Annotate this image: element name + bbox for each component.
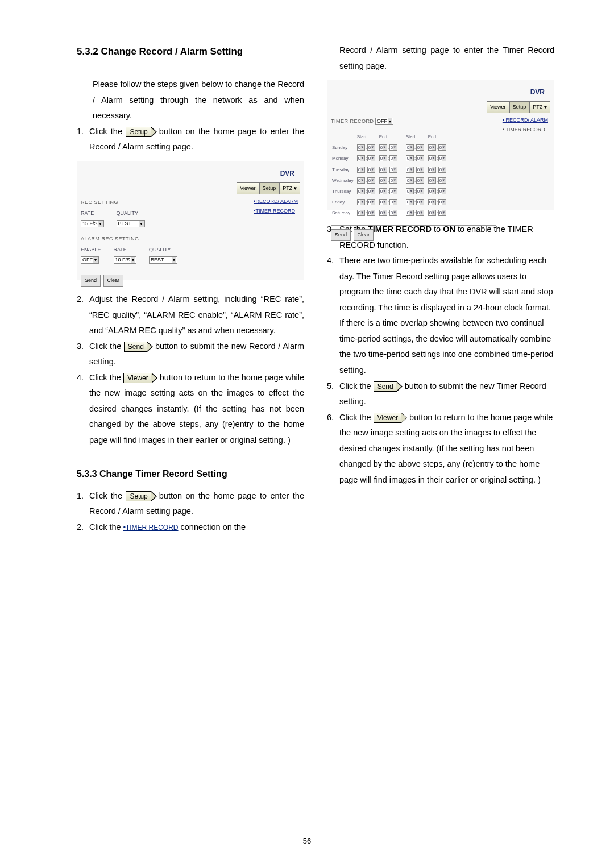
hour-select[interactable]: 0 <box>357 188 365 194</box>
hour-select[interactable]: 0 <box>379 177 387 184</box>
min-select[interactable]: 00 <box>416 199 424 205</box>
hour-select[interactable]: 0 <box>428 167 436 173</box>
day-label: Friday <box>332 197 356 207</box>
day-label: Monday <box>332 153 356 163</box>
day-label: Thursday <box>332 186 356 196</box>
quality-select[interactable]: BEST <box>117 220 145 227</box>
step1-533: Click the Setupbutton on the home page t… <box>89 488 304 520</box>
rate-select[interactable]: 15 F/S <box>81 220 104 227</box>
hour-select[interactable]: 0 <box>379 144 387 151</box>
min-select[interactable]: 00 <box>389 167 397 173</box>
min-select[interactable]: 00 <box>389 177 397 184</box>
hour-select[interactable]: 0 <box>357 199 365 205</box>
min-select[interactable]: 00 <box>438 177 446 184</box>
min-select[interactable]: 00 <box>367 210 375 216</box>
min-select[interactable]: 00 <box>416 177 424 184</box>
hour-select[interactable]: 0 <box>406 188 414 194</box>
text: connection on the <box>181 522 246 531</box>
min-select[interactable]: 00 <box>389 155 397 161</box>
min-select[interactable]: 00 <box>438 144 446 151</box>
hour-select[interactable]: 0 <box>428 199 436 205</box>
hour-select[interactable]: 0 <box>379 167 387 173</box>
min-select[interactable]: 00 <box>416 188 424 194</box>
text: button to return to the home page while … <box>339 413 553 484</box>
hour-select[interactable]: 0 <box>379 199 387 205</box>
min-select[interactable]: 00 <box>438 167 446 173</box>
hour-select[interactable]: 0 <box>406 177 414 184</box>
min-select[interactable]: 00 <box>416 144 424 151</box>
link-record-alarm[interactable]: •RECORD/ ALARM <box>254 198 298 204</box>
step4-533: There are two time-periods available for… <box>339 253 554 378</box>
min-select[interactable]: 00 <box>367 177 375 184</box>
left-column: 5.3.2 Change Record / Alarm Setting Plea… <box>77 43 304 535</box>
page-number: 56 <box>0 837 614 845</box>
step4-532: Click the Viewerbutton to return to the … <box>89 370 304 448</box>
clear-btn[interactable]: Clear <box>354 229 374 241</box>
hour-select[interactable]: 0 <box>379 155 387 161</box>
timer-record-select[interactable]: OFF <box>375 118 393 125</box>
hour-select[interactable]: 0 <box>357 155 365 161</box>
tab-ptz[interactable]: PTZ ♥ <box>529 101 550 113</box>
min-select[interactable]: 00 <box>367 188 375 194</box>
rate-label: RATE <box>81 209 104 218</box>
clear-btn[interactable]: Clear <box>103 275 124 286</box>
min-select[interactable]: 00 <box>438 155 446 161</box>
tab-viewer[interactable]: Viewer <box>487 101 509 113</box>
link-timer-record[interactable]: •TIMER RECORD <box>254 208 295 214</box>
link-record-alarm[interactable]: • RECORD/ ALARM <box>503 117 548 123</box>
hour-select[interactable]: 0 <box>406 144 414 151</box>
setup-button-img: Setup <box>126 127 151 137</box>
send-button-img: Send <box>124 342 147 352</box>
min-select[interactable]: 00 <box>367 155 375 161</box>
min-select[interactable]: 00 <box>389 144 397 151</box>
col-start2: Start <box>406 132 427 142</box>
min-select[interactable]: 00 <box>389 188 397 194</box>
tab-setup[interactable]: Setup <box>259 182 280 194</box>
hour-select[interactable]: 0 <box>379 188 387 194</box>
tab-setup[interactable]: Setup <box>509 101 530 113</box>
step1-532: Click the Setupbutton on the home page t… <box>89 124 304 155</box>
viewer-button-img: Viewer <box>374 413 401 423</box>
hour-select[interactable]: 0 <box>379 210 387 216</box>
arate-label: RATE <box>114 245 137 255</box>
min-select[interactable]: 00 <box>438 210 446 216</box>
hour-select[interactable]: 0 <box>406 210 414 216</box>
aquality-label: QUALITY <box>149 245 177 255</box>
enable-select[interactable]: OFF <box>81 256 99 264</box>
hour-select[interactable]: 0 <box>406 155 414 161</box>
send-btn[interactable]: Send <box>331 229 351 241</box>
step-num: 4. <box>77 370 89 448</box>
hour-select[interactable]: 0 <box>357 177 365 184</box>
hour-select[interactable]: 0 <box>428 188 436 194</box>
min-select[interactable]: 00 <box>367 199 375 205</box>
min-select[interactable]: 00 <box>367 167 375 173</box>
min-select[interactable]: 00 <box>367 144 375 151</box>
col-end1: End <box>379 132 400 142</box>
hour-select[interactable]: 0 <box>428 210 436 216</box>
hour-select[interactable]: 0 <box>428 177 436 184</box>
min-select[interactable]: 00 <box>438 199 446 205</box>
timer-table: Start End Start End Sunday 0:000:000:000… <box>331 131 450 219</box>
tab-ptz[interactable]: PTZ ♥ <box>279 182 300 194</box>
hour-select[interactable]: 0 <box>406 199 414 205</box>
min-select[interactable]: 00 <box>416 155 424 161</box>
min-select[interactable]: 00 <box>416 167 424 173</box>
step-num: 2. <box>77 520 89 535</box>
hour-select[interactable]: 0 <box>428 144 436 151</box>
tab-viewer[interactable]: Viewer <box>237 182 259 194</box>
hour-select[interactable]: 0 <box>357 210 365 216</box>
aquality-select[interactable]: BEST <box>149 256 177 264</box>
min-select[interactable]: 00 <box>438 188 446 194</box>
hour-select[interactable]: 0 <box>357 144 365 151</box>
send-btn[interactable]: Send <box>81 275 101 286</box>
hour-select[interactable]: 0 <box>406 167 414 173</box>
min-select[interactable]: 00 <box>389 199 397 205</box>
min-select[interactable]: 00 <box>389 210 397 216</box>
col-start1: Start <box>357 132 378 142</box>
min-select[interactable]: 00 <box>416 210 424 216</box>
hour-select[interactable]: 0 <box>357 167 365 173</box>
arate-select[interactable]: 10 F/S <box>114 256 137 264</box>
step-num: 4. <box>327 253 339 378</box>
hour-select[interactable]: 0 <box>428 155 436 161</box>
step2-532: Adjust the Record / Alarm setting, inclu… <box>89 292 304 339</box>
